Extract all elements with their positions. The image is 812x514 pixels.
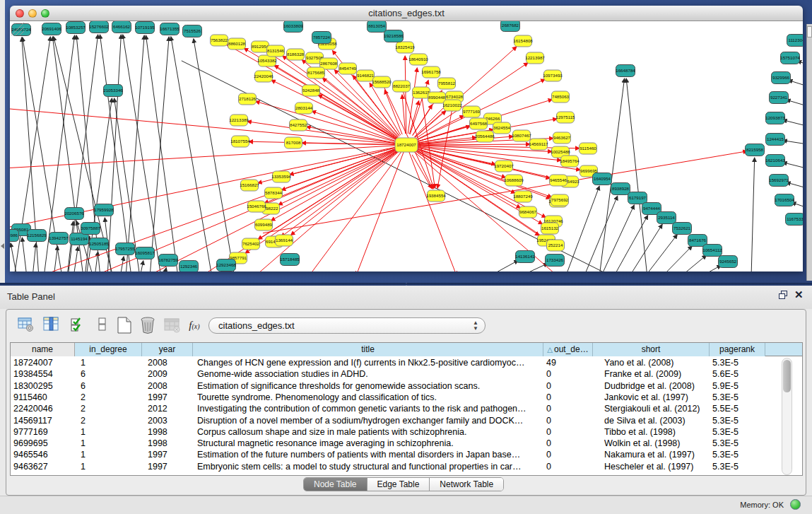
graph-edge[interactable] [489,260,519,271]
graph-node[interactable]: 8454749 [339,63,357,74]
graph-edge[interactable] [701,265,722,271]
graph-node[interactable]: 13942757 [49,233,69,245]
graph-node[interactable]: 12213389 [229,115,249,126]
graph-edge[interactable] [751,158,755,271]
graph-node[interactable]: 1640954 [593,173,612,185]
graph-edge[interactable] [787,100,803,107]
graph-node[interactable]: 15751074 [780,52,800,64]
graph-edge[interactable] [290,152,397,235]
graph-node[interactable]: 20691406 [42,23,61,35]
graph-node[interactable]: 9227341 [770,92,789,104]
right-strip-button[interactable] [807,26,812,37]
graph-edge[interactable] [418,144,530,145]
column-header-in_degree[interactable]: in_degree [75,343,142,356]
network-window-titlebar[interactable]: citations_edges.txt [10,6,803,21]
column-header-name[interactable]: name [11,343,75,356]
graph-node[interactable]: 9245652 [719,256,738,268]
graph-node[interactable]: 16033809 [283,21,303,33]
graph-edge[interactable] [73,247,78,271]
graph-node[interactable]: 19384554 [426,190,446,201]
graph-node[interactable]: 6497568 [470,118,488,129]
graph-edge[interactable] [271,151,396,221]
graph-node[interactable]: 12156829 [27,230,47,242]
graph-node[interactable]: 1244415 [766,134,785,146]
table-row[interactable]: 1830029562008Estimation of significance … [11,380,802,392]
column-header-short[interactable]: short [593,343,710,356]
graph-node[interactable]: 1145194 [70,233,89,245]
graph-node[interactable]: 21053346 [103,85,123,97]
graph-edge[interactable] [10,107,405,145]
graph-edge[interactable] [33,243,36,271]
table-row[interactable]: 1456911722003Disruption of a novel membe… [11,415,802,427]
graph-node[interactable]: 14136141 [515,251,535,263]
graph-node[interactable]: 1112304 [787,35,804,47]
graph-node[interactable]: 16961758 [421,66,441,78]
network-canvas[interactable]: 1872400775638228860128891295410543382818… [10,21,803,271]
row-height-icon[interactable] [93,315,112,336]
graph-node[interactable]: 12975115 [555,112,575,123]
graph-node[interactable]: 3315986 [10,230,19,242]
graph-node[interactable]: 5878344 [265,187,283,199]
column-header-year[interactable]: year [142,343,193,356]
graph-node[interactable]: 817008 [285,137,302,148]
graph-node[interactable]: 10719195 [135,22,155,34]
delete-table-icon[interactable] [138,315,158,336]
graph-node[interactable]: 8131546 [267,45,285,57]
table-row[interactable]: 1938455462009Genome-wide association stu… [11,368,802,380]
graph-edge[interactable] [409,101,418,134]
table-row[interactable]: 946362711997Embryonic stem cells: a mode… [11,461,802,473]
vertical-scrollbar[interactable] [782,358,792,475]
resize-grip-icon[interactable] [10,21,25,37]
select-rows-icon[interactable] [69,315,88,336]
graph-node[interactable]: 20206576 [64,208,84,220]
column-header-pagerank[interactable]: pagerank [710,343,765,356]
graph-edge[interactable] [787,182,803,189]
graph-edge[interactable] [54,246,57,271]
graph-node[interactable]: 9684067 [519,206,537,218]
graph-node[interactable]: 1733426 [546,255,565,267]
graph-node[interactable]: 7625402 [242,238,260,250]
graph-edge[interactable] [271,80,396,140]
graph-node[interactable]: 1292346 [180,261,199,272]
graph-node[interactable]: 18107554 [230,136,250,147]
graph-node[interactable]: 8938928 [611,183,630,195]
column-header-out_de[interactable]: △out_de… [543,343,593,356]
graph-node[interactable]: 6099489 [255,219,273,230]
graph-edge[interactable] [107,35,121,271]
table-row[interactable]: 977716911998Corpus callosum shape and si… [11,426,802,438]
graph-node[interactable]: 16154808 [513,35,533,47]
table-row[interactable]: 946554611997Estimation of the future num… [11,449,802,461]
float-panel-icon[interactable] [779,291,789,300]
graph-node[interactable]: 15688520 [372,76,392,88]
graph-node[interactable]: 252214 [547,240,565,251]
graph-node[interactable]: 15046766 [247,201,266,212]
graph-node[interactable]: 18807249 [513,191,533,202]
graph-node[interactable]: 10973493 [543,70,563,81]
graph-node[interactable]: 13353594 [271,171,291,182]
graph-node[interactable]: 3624554 [493,122,511,134]
graph-node[interactable]: 7955812 [438,78,456,89]
graph-edge[interactable] [783,163,803,170]
graph-node[interactable]: 16671355 [160,23,180,35]
graph-node[interactable]: 12213987 [525,52,545,64]
graph-node[interactable]: 16095817 [135,247,155,259]
graph-edge[interactable] [67,221,73,271]
split-collapse-arrow-icon[interactable] [1,243,4,249]
graph-node[interactable]: 1167533 [786,214,804,226]
graph-node[interactable]: 19218586 [384,30,404,42]
graph-node[interactable]: 12093873 [765,112,785,124]
close-panel-icon[interactable]: ✕ [794,288,804,301]
table-settings-icon[interactable] [16,315,36,336]
table-row[interactable]: 911546021997Tourette syndrome. Phenomeno… [11,392,802,404]
graph-node[interactable]: 7563822 [211,35,228,46]
graph-edge[interactable] [783,141,803,145]
graph-node[interactable]: 16210022 [442,100,462,111]
graph-edge[interactable] [681,255,707,271]
graph-node[interactable]: 6466162 [112,21,131,33]
graph-node[interactable]: 15692971 [769,175,789,187]
graph-node[interactable]: 8813054 [367,21,387,33]
graph-node[interactable]: 2803144 [295,103,313,114]
graph-node[interactable]: 15166827 [240,180,259,191]
graph-node[interactable]: 18325419 [395,42,415,53]
graph-edge[interactable] [614,216,648,271]
